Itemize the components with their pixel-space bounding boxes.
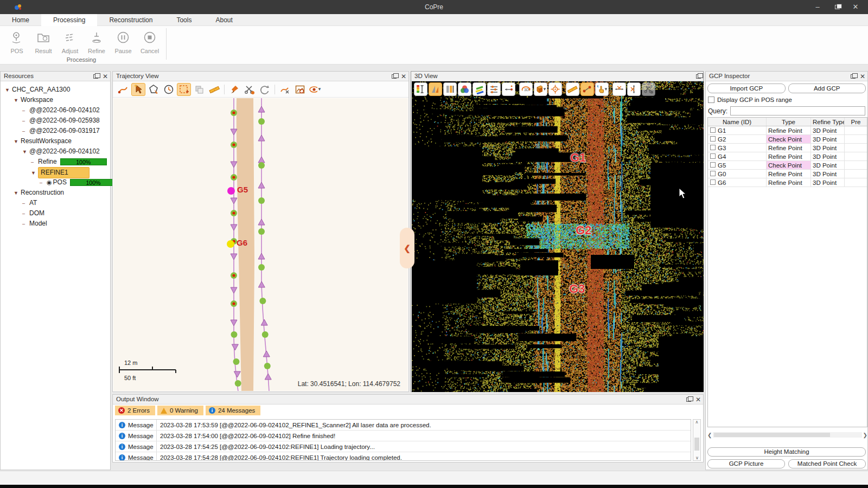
close-panel-icon[interactable]: ✕ xyxy=(401,72,406,81)
adjust-button[interactable]: Adjust xyxy=(58,29,82,54)
row-checkbox[interactable] xyxy=(710,145,716,150)
tab-tools[interactable]: Tools xyxy=(164,14,203,26)
filter-error-icon[interactable]: ✕2 Errors xyxy=(115,406,155,415)
row-checkbox[interactable] xyxy=(710,136,716,142)
blend-color-icon[interactable] xyxy=(443,82,457,96)
query-input[interactable] xyxy=(730,106,865,115)
cube-view-icon[interactable]: ▼ xyxy=(534,82,547,96)
visibility-eye-icon[interactable]: ◉ xyxy=(47,179,52,185)
close-panel-icon[interactable]: ✕ xyxy=(695,395,701,404)
restore-button[interactable] xyxy=(828,0,846,14)
row-checkbox[interactable] xyxy=(710,171,716,176)
row-checkbox[interactable] xyxy=(710,179,716,185)
trajectory-cut-icon[interactable] xyxy=(278,83,292,96)
visibility-icon[interactable]: ▼ xyxy=(308,83,322,96)
tree-item-refine[interactable]: –Refine100% xyxy=(1,157,110,167)
tree-item-model[interactable]: –Model xyxy=(1,219,110,229)
message-row[interactable]: iMessage2023-03-28 17:54:00 [@@2022-06-0… xyxy=(116,431,691,441)
tab-reconstruction[interactable]: Reconstruction xyxy=(97,14,164,26)
float-panel-icon[interactable] xyxy=(93,74,98,79)
polygon-select-icon[interactable] xyxy=(146,83,161,96)
gcp-row-g2[interactable]: G2Check Point3D Point xyxy=(708,135,867,144)
tab-processing[interactable]: Processing xyxy=(41,14,97,26)
gcp-picture-button[interactable]: GCP Picture xyxy=(707,459,785,468)
close-button[interactable]: ✕ xyxy=(846,0,865,14)
float-panel-icon[interactable] xyxy=(851,74,856,79)
point-cloud-canvas[interactable] xyxy=(412,81,704,392)
trajectory-map[interactable]: 12 m 50 ft Lat: 30.4516541; Lon: 114.467… xyxy=(113,98,408,391)
expander-icon[interactable]: ▼ xyxy=(14,95,19,106)
center-view-icon[interactable] xyxy=(548,82,562,96)
pick-cursor-icon[interactable] xyxy=(131,83,145,96)
message-row[interactable]: iMessage2023-03-28 17:54:28 [@@2022-06-0… xyxy=(116,452,691,461)
add-gcp-button[interactable]: Add GCP xyxy=(788,84,866,93)
panel-collapse-handle[interactable]: ❮ xyxy=(400,228,414,268)
tree-item-reconstruction[interactable]: ▼Reconstruction xyxy=(1,188,110,198)
float-panel-icon[interactable] xyxy=(392,74,397,79)
tree-item-pos[interactable]: –◉POS100% xyxy=(1,177,110,188)
elevation-color-icon[interactable] xyxy=(414,82,427,96)
close-panel-icon[interactable]: ✕ xyxy=(103,72,108,81)
tree-item-resultworkspace[interactable]: ▼ResultWorkspace xyxy=(1,136,110,146)
pause-button[interactable]: Pause xyxy=(111,29,136,54)
rgb-color-icon[interactable] xyxy=(458,82,471,96)
brush-icon[interactable] xyxy=(227,83,241,96)
output-vertical-scrollbar[interactable]: ∧∨ xyxy=(693,419,701,461)
tree-item-workspace[interactable]: ▼Workspace xyxy=(1,95,110,105)
gcp-horizontal-scrollbar[interactable]: ❮ ❯ xyxy=(707,431,867,439)
message-row[interactable]: iMessage2023-03-28 17:53:59 [@@2022-06-0… xyxy=(116,420,691,431)
row-checkbox[interactable] xyxy=(710,162,716,168)
float-panel-icon[interactable] xyxy=(696,74,701,79)
pick-point-icon[interactable] xyxy=(580,82,594,96)
crop-settings-icon[interactable] xyxy=(642,82,655,96)
classification-color-icon[interactable] xyxy=(473,82,486,96)
crop-y-icon[interactable] xyxy=(627,82,641,96)
rect-select-icon[interactable] xyxy=(177,83,191,96)
gcp-row-g4[interactable]: G4Refine Point3D Point xyxy=(708,152,867,161)
refine-button[interactable]: Refine xyxy=(84,29,109,54)
cut-settings-icon[interactable] xyxy=(242,83,257,96)
filter-warning-icon[interactable]: 0 Warning xyxy=(157,406,203,415)
scroll-left-icon[interactable]: ❮ xyxy=(707,432,712,438)
expander-icon[interactable]: ▼ xyxy=(14,188,19,198)
minimize-button[interactable]: – xyxy=(808,0,827,14)
gcp-row-g3[interactable]: G3Refine Point3D Point xyxy=(708,144,867,152)
tree-item-dom[interactable]: –DOM xyxy=(1,208,110,219)
cancel-button[interactable]: Cancel xyxy=(137,29,162,54)
height-matching-button[interactable]: Height Matching xyxy=(707,447,866,457)
point-spacing-icon[interactable] xyxy=(502,82,515,96)
message-row[interactable]: iMessage2023-03-28 17:54:25 [@@2022-06-0… xyxy=(116,441,691,452)
measure-3d-icon[interactable] xyxy=(566,82,579,96)
tree-item--2022-06-09-031917[interactable]: –@@2022-06-09-031917 xyxy=(1,126,110,136)
map-photo-icon[interactable] xyxy=(293,83,307,96)
gcp-row-g1[interactable]: G1Refine Point3D Point xyxy=(708,126,867,135)
tab-home[interactable]: Home xyxy=(0,14,41,26)
intensity-color-icon[interactable] xyxy=(429,82,442,96)
filter-message-icon[interactable]: i24 Messages xyxy=(206,406,260,415)
rotate-3d-icon[interactable]: 3D xyxy=(519,82,533,96)
tree-item--2022-06-09-024102[interactable]: ▼@@2022-06-09-024102 xyxy=(1,146,110,157)
magic-select-icon[interactable]: ▼ xyxy=(595,82,609,96)
measure-ruler-icon[interactable] xyxy=(207,83,221,96)
tree-item--2022-06-09-025938[interactable]: –@@2022-06-09-025938 xyxy=(1,115,110,126)
import-gcp-button[interactable]: Import GCP xyxy=(707,84,786,93)
float-panel-icon[interactable] xyxy=(686,397,691,402)
3d-viewport[interactable]: 3D▼▼ G1G2G3 xyxy=(412,81,703,391)
gcp-row-g0[interactable]: G0Refine Point3D Point xyxy=(708,170,867,178)
row-checkbox[interactable] xyxy=(710,127,716,133)
pos-button[interactable]: POS xyxy=(4,29,29,54)
tree-item-refine1[interactable]: ▼REFINE1 xyxy=(1,167,110,177)
copy-selection-icon[interactable] xyxy=(192,83,206,96)
display-settings-icon[interactable] xyxy=(487,82,501,96)
refresh-icon[interactable] xyxy=(258,83,272,96)
tab-about[interactable]: About xyxy=(203,14,244,26)
gcp-row-g5[interactable]: G5Check Point3D Point xyxy=(708,161,867,170)
expander-icon[interactable]: ▼ xyxy=(5,85,10,95)
row-checkbox[interactable] xyxy=(710,153,716,159)
result-button[interactable]: Result xyxy=(31,29,56,54)
display-gcp-checkbox[interactable] xyxy=(708,97,714,103)
crop-x-icon[interactable] xyxy=(612,82,626,96)
gcp-row-g6[interactable]: G6Refine Point3D Point xyxy=(708,178,867,187)
matched-point-check-button[interactable]: Matched Point Check xyxy=(788,459,866,468)
tree-item-chc-car-aa1300[interactable]: ▼CHC_CAR_AA1300 xyxy=(1,85,110,95)
